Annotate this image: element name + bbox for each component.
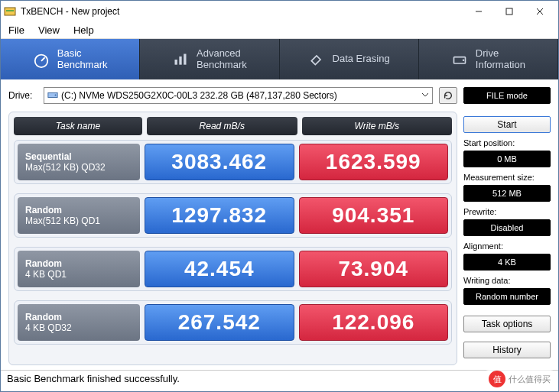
- table-row: Random4 KB QD1 42.454 73.904: [14, 247, 452, 291]
- menu-view[interactable]: View: [38, 24, 60, 36]
- tab-data-erasing[interactable]: Data Erasing: [280, 39, 419, 79]
- task-title: Sequential: [25, 151, 132, 162]
- task-sub: 4 KB QD1: [25, 269, 132, 280]
- tab-label: Data Erasing: [333, 53, 390, 65]
- measurement-size-value[interactable]: 512 MB: [463, 185, 551, 202]
- app-icon: [4, 5, 16, 18]
- read-value: 42.454: [145, 251, 294, 287]
- menu-help[interactable]: Help: [73, 24, 94, 36]
- watermark: 值 什么值得买: [484, 370, 555, 388]
- task-title: Random: [25, 205, 132, 215]
- watermark-text: 什么值得买: [509, 374, 551, 385]
- watermark-icon: 值: [489, 371, 505, 387]
- disk-icon: [47, 89, 58, 102]
- task-title: Random: [25, 312, 132, 322]
- task-title: Random: [25, 258, 132, 269]
- svg-point-6: [35, 54, 48, 67]
- svg-rect-9: [179, 56, 181, 64]
- task-options-button[interactable]: Task options: [463, 316, 551, 332]
- tab-label: Basic Benchmark: [57, 48, 108, 71]
- svg-point-14: [55, 94, 57, 96]
- writing-data-value[interactable]: Random number: [463, 288, 551, 305]
- benchmark-panel: Task name Read mB/s Write mB/s Sequentia…: [8, 112, 457, 365]
- history-button[interactable]: History: [463, 342, 551, 358]
- read-value: 267.542: [145, 304, 294, 341]
- svg-rect-3: [506, 8, 512, 15]
- write-value: 73.904: [299, 251, 449, 287]
- header-write: Write mB/s: [302, 117, 453, 135]
- drive-icon: [451, 51, 468, 68]
- tab-label: Drive Information: [476, 48, 525, 71]
- table-row: RandomMax(512 KB) QD1 1297.832 904.351: [14, 193, 452, 238]
- write-value: 1623.599: [299, 144, 449, 180]
- file-mode-button[interactable]: FILE mode: [463, 87, 551, 104]
- alignment-value[interactable]: 4 KB: [463, 254, 551, 271]
- tab-drive-information[interactable]: Drive Information: [419, 39, 558, 79]
- prewrite-label: Prewrite:: [463, 207, 551, 216]
- refresh-button[interactable]: [439, 87, 457, 104]
- task-sub: Max(512 KB) QD1: [25, 215, 132, 226]
- table-row: Random4 KB QD32 267.542 122.096: [14, 300, 452, 345]
- drive-select[interactable]: (C:) NVMe WDS250G2X0C-00L3 232.28 GB (48…: [44, 87, 433, 104]
- tab-basic-benchmark[interactable]: Basic Benchmark: [1, 39, 140, 79]
- start-position-value[interactable]: 0 MB: [463, 151, 551, 167]
- start-button[interactable]: Start: [463, 116, 551, 133]
- tab-advanced-benchmark[interactable]: Advanced Benchmark: [140, 39, 279, 79]
- bars-icon: [172, 51, 189, 68]
- svg-line-7: [41, 57, 45, 61]
- start-position-label: Start position:: [463, 138, 551, 147]
- chevron-down-icon: [421, 90, 429, 101]
- tab-label: Advanced Benchmark: [197, 48, 247, 71]
- writing-data-label: Writing data:: [463, 276, 551, 285]
- drive-label: Drive:: [8, 90, 37, 101]
- measurement-size-label: Measurement size:: [463, 173, 551, 182]
- erase-icon: [308, 51, 325, 68]
- task-sub: 4 KB QD32: [25, 322, 132, 333]
- menubar: File View Help: [1, 22, 558, 39]
- titlebar: TxBENCH - New project: [1, 1, 558, 22]
- svg-rect-1: [6, 10, 14, 11]
- svg-rect-10: [184, 53, 186, 64]
- window-title: TxBENCH - New project: [21, 6, 463, 17]
- write-value: 122.096: [299, 304, 449, 341]
- alignment-label: Alignment:: [463, 241, 551, 251]
- maximize-button[interactable]: [494, 2, 525, 21]
- header-task: Task name: [14, 117, 142, 135]
- read-value: 1297.832: [145, 197, 294, 234]
- tabbar: Basic Benchmark Advanced Benchmark Data …: [1, 39, 558, 79]
- drive-selected: (C:) NVMe WDS250G2X0C-00L3 232.28 GB (48…: [61, 90, 337, 101]
- status-bar: Basic Benchmark finished successfully.: [1, 370, 558, 387]
- prewrite-value[interactable]: Disabled: [463, 219, 551, 236]
- task-sub: Max(512 KB) QD32: [25, 162, 132, 173]
- minimize-button[interactable]: [463, 2, 494, 21]
- svg-point-12: [463, 59, 465, 61]
- close-button[interactable]: [525, 2, 555, 21]
- write-value: 904.351: [299, 197, 449, 234]
- read-value: 3083.462: [145, 144, 294, 180]
- table-row: SequentialMax(512 KB) QD32 3083.462 1623…: [14, 140, 452, 184]
- svg-rect-8: [175, 60, 177, 65]
- header-read: Read mB/s: [147, 117, 297, 135]
- menu-file[interactable]: File: [8, 24, 24, 36]
- gauge-icon: [33, 51, 50, 68]
